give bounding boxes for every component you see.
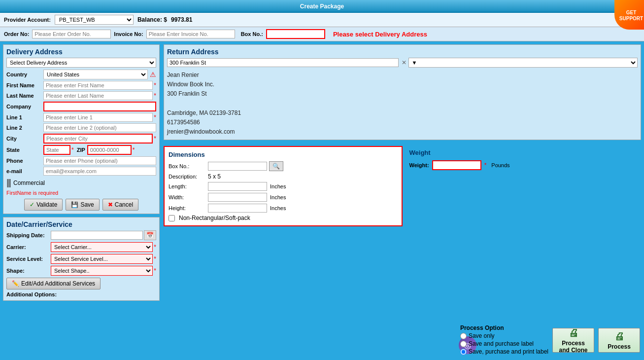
email-row: e-mail (6, 167, 156, 176)
last-name-input[interactable] (43, 91, 153, 100)
top-bar: Provider Account: PB_TEST_WB Balance: $ … (0, 13, 644, 27)
save-icon: 💾 (71, 201, 78, 208)
delivery-select-row: Select Delivery Address (6, 58, 156, 68)
validate-label: Validate (36, 201, 57, 208)
carrier-row: Carrier: Select Carrier... * (6, 242, 156, 252)
process-option-save-only[interactable]: Save only (460, 332, 548, 339)
shipping-date-input[interactable]: 6/23/2021 (51, 231, 143, 240)
dim-width-label: Width: (169, 194, 208, 200)
first-name-row: First Name * (6, 81, 156, 90)
barcode-icon: ||| (6, 178, 10, 188)
invoice-label: Invoice No: (114, 31, 143, 37)
dim-box-no-row: Box No.: 3 🔍 (169, 161, 398, 171)
shape-label: Shape: (6, 268, 51, 274)
dim-width-input[interactable]: 5.000 (208, 193, 267, 202)
weight-input[interactable]: 0.000 (432, 160, 481, 170)
cancel-label: Cancel (115, 201, 133, 208)
process-button[interactable]: 🖨 Process (598, 328, 640, 353)
delivery-alert: Please select Delivery Address (333, 31, 427, 38)
additional-services-button[interactable]: ✏️ Edit/Add Additional Services (6, 278, 101, 289)
error-message: FirstName is required (6, 190, 156, 196)
process-icon: 🖨 (614, 331, 624, 342)
process-label: Process (608, 343, 631, 350)
first-name-label: First Name (6, 82, 43, 88)
provider-label: Provider Account: (4, 17, 51, 23)
return-address-select[interactable]: ▼ (408, 58, 638, 68)
middle-panel: Return Address ✕ ▼ Jean Renier Window Bo… (164, 44, 641, 301)
return-address-display (167, 58, 399, 67)
invoice-input[interactable] (146, 30, 235, 38)
process-clone-label: Processand Clone (559, 340, 587, 354)
line1-label: Line 1 (6, 114, 43, 120)
order-input[interactable] (32, 30, 111, 38)
commercial-label: Commercial (13, 180, 45, 186)
process-and-clone-button[interactable]: 🖨 Processand Clone (552, 328, 594, 353)
process-option-save-purchase-print[interactable]: Save, purchase and print label (460, 348, 548, 355)
first-name-required: * (154, 82, 156, 89)
provider-select[interactable]: PB_TEST_WB (55, 15, 134, 25)
service-level-select[interactable]: Select Service Level... (51, 254, 153, 264)
calendar-button[interactable]: 📅 (144, 230, 156, 240)
date-carrier-title: Date/Carrier/Service (6, 220, 156, 228)
dimensions-section: Dimensions Box No.: 3 🔍 Description: 5 x… (164, 146, 403, 226)
shape-select[interactable]: Select Shape.. (51, 266, 153, 276)
save-button[interactable]: 💾 Save (66, 199, 99, 211)
cancel-button[interactable]: ✖ Cancel (102, 199, 138, 211)
return-select-row: ✕ ▼ (167, 58, 638, 68)
dim-box-no-input[interactable]: 3 (208, 162, 267, 171)
line1-required: * (154, 114, 156, 121)
dim-search-button[interactable]: 🔍 (269, 161, 283, 171)
dim-width-unit: Inches (270, 194, 286, 200)
city-input[interactable] (43, 134, 153, 144)
support-badge[interactable]: GETSUPPORT (614, 0, 644, 30)
phone-input[interactable] (43, 156, 156, 165)
carrier-select[interactable]: Select Carrier... (51, 242, 153, 252)
additional-services-label: Edit/Add Additional Services (21, 280, 95, 287)
line1-input[interactable] (43, 113, 153, 122)
country-select[interactable]: United States (43, 70, 148, 79)
page-title: Create Package (300, 3, 344, 10)
validate-button[interactable]: ✓ Validate (24, 199, 63, 211)
dim-length-input[interactable]: 5.000 (208, 182, 267, 191)
weight-row: Weight: 0.000 * Pounds (409, 160, 639, 170)
return-name: Jean Renier (167, 71, 638, 80)
carrier-label: Carrier: (6, 244, 51, 250)
return-company: Window Book Inc. (167, 80, 638, 89)
save-only-radio[interactable] (460, 333, 467, 339)
clear-return-icon[interactable]: ✕ (402, 59, 407, 66)
first-name-input[interactable] (43, 81, 153, 90)
box-label: Box No.: (241, 31, 263, 37)
non-rect-label: Non-Rectangular/Soft-pack (179, 215, 250, 221)
dim-box-no-label: Box No.: (169, 163, 208, 169)
save-purchase-print-radio[interactable] (460, 349, 467, 355)
line2-input[interactable] (43, 123, 156, 132)
company-row: Company (6, 102, 156, 111)
process-option-save-purchase[interactable]: Save and purchase label (460, 340, 548, 347)
company-label: Company (6, 104, 43, 109)
process-section: Process Option Save only Save and purcha… (460, 324, 640, 356)
dim-height-unit: Inches (270, 205, 286, 211)
weight-required: * (484, 162, 487, 169)
city-row: City * (6, 134, 156, 144)
additional-services-icon: ✏️ (12, 280, 19, 287)
return-spacer (167, 99, 638, 108)
zip-label: ZIP (77, 147, 85, 153)
delivery-address-select[interactable]: Select Delivery Address (6, 58, 156, 68)
state-input[interactable] (43, 145, 70, 155)
company-input[interactable] (43, 102, 156, 111)
button-row: ✓ Validate 💾 Save ✖ Cancel (6, 199, 156, 211)
process-options-title: Process Option (460, 324, 548, 331)
main-area: Delivery Address Select Delivery Address… (0, 41, 644, 304)
email-input[interactable] (43, 167, 156, 176)
city-required: * (154, 135, 156, 142)
state-label: State (6, 147, 43, 153)
line2-row: Line 2 (6, 123, 156, 132)
save-purchase-radio[interactable] (460, 341, 467, 347)
non-rect-checkbox[interactable] (169, 215, 175, 221)
zip-input[interactable] (87, 145, 132, 155)
dim-height-input[interactable]: 5.000 (208, 204, 267, 213)
shape-row: Shape: Select Shape.. * (6, 266, 156, 276)
box-no-input[interactable]: 3 (266, 29, 325, 39)
non-rect-row: Non-Rectangular/Soft-pack (169, 215, 398, 221)
last-name-required: * (154, 92, 156, 99)
